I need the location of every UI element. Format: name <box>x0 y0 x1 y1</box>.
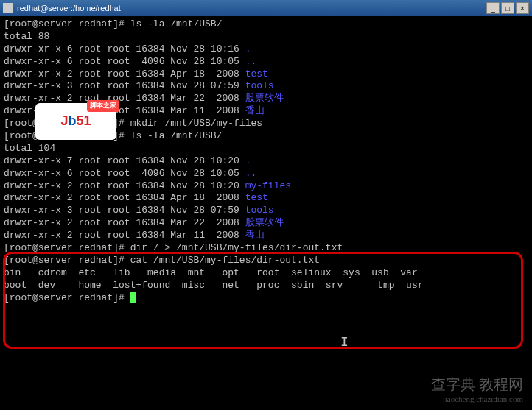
logo-j: J <box>60 113 68 130</box>
dir-output-row-2: boot dev home lost+found misc net proc s… <box>4 280 528 292</box>
prompt-idle: [root@server redhat]# <box>4 292 528 305</box>
text-cursor-icon: I <box>340 334 349 351</box>
watermark-main: 查字典 教程网 <box>431 375 523 394</box>
listing-row: drwxr-xr-x 6 root root 16384 Nov 28 10:1… <box>4 43 528 56</box>
maximize-button[interactable]: □ <box>501 2 514 14</box>
logo-b: b <box>68 113 76 130</box>
listing-row: drwxr-xr-x 2 root root 16384 Apr 18 2008… <box>4 68 528 81</box>
listing-row: drwxr-xr-x 3 root root 16384 Nov 28 07:5… <box>4 80 528 93</box>
minimize-button[interactable]: _ <box>486 2 500 14</box>
logo-badge: 脚本之家 <box>87 100 119 112</box>
dir-output-row-1: bin cdrom etc lib media mnt opt root sel… <box>4 267 528 280</box>
listing-row: drwxr-xr-x 3 root root 16384 Nov 28 07:5… <box>4 205 528 217</box>
window-title: redhat@server:/home/redhat <box>17 4 486 13</box>
jb51-logo-watermark: Jb51 脚本之家 <box>35 103 116 140</box>
logo-51: 51 <box>76 113 91 130</box>
cursor-block <box>130 292 136 303</box>
listing-row: drwxr-xr-x 2 root root 16384 Apr 18 2008… <box>4 192 528 205</box>
cmd-ls-1: [root@server redhat]# ls -la /mnt/USB/ <box>4 18 528 31</box>
window-titlebar: redhat@server:/home/redhat _ □ × <box>0 0 532 16</box>
window-controls: _ □ × <box>486 2 529 14</box>
listing-row: drwxr-xr-x 2 root root 16384 Mar 11 2008… <box>4 230 528 242</box>
watermark-sub: jiaocheng.chazidian.com <box>431 394 523 404</box>
terminal-area[interactable]: [root@server redhat]# ls -la /mnt/USB/ t… <box>0 16 532 410</box>
close-button[interactable]: × <box>516 2 529 14</box>
listing-row: drwxr-xr-x 2 root root 16384 Mar 22 2008… <box>4 217 528 230</box>
listing-row: drwxr-xr-x 2 root root 16384 Nov 28 10:2… <box>4 180 528 193</box>
cmd-dir-redirect: [root@server redhat]# dir / > /mnt/USB/m… <box>4 242 528 255</box>
total-1: total 88 <box>4 31 528 43</box>
prompt-text: [root@server redhat]# <box>4 292 130 303</box>
listing-row: drwxr-xr-x 6 root root 4096 Nov 28 10:05… <box>4 168 528 180</box>
app-icon <box>3 3 13 13</box>
cmd-cat: [root@server redhat]# cat /mnt/USB/my-fi… <box>4 255 528 267</box>
listing-row: drwxr-xr-x 6 root root 4096 Nov 28 10:05… <box>4 56 528 68</box>
chazidian-watermark: 查字典 教程网 jiaocheng.chazidian.com <box>431 375 523 404</box>
total-2: total 104 <box>4 143 528 155</box>
listing-row: drwxr-xr-x 7 root root 16384 Nov 28 10:2… <box>4 155 528 168</box>
